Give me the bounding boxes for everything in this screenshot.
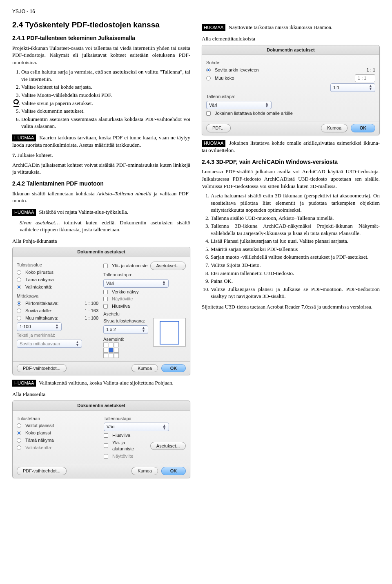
steps-241: Ota esiin haluttu sarja ja varmista, ett… bbox=[21, 68, 190, 130]
step: Tallenna 3D-ikkuna ArchiCAD-näkymäksi Pr… bbox=[211, 222, 380, 237]
heading-24: 2.4 Työskentely PDF-tiedostojen kanssa bbox=[12, 20, 190, 30]
pdf-vaihtoehdot-button[interactable]: PDF-vaihtoehdot... bbox=[17, 467, 67, 475]
step: Tallenna sisältö U3D-muotoon, Arkisto–Ta… bbox=[211, 215, 380, 222]
select-vari[interactable]: Väri▲▼ bbox=[206, 101, 272, 110]
radio-valintakentta[interactable] bbox=[17, 445, 21, 450]
dialog-dokumentin-asetukset-pohja: Dokumentin asetukset Tulostusalue Koko p… bbox=[12, 247, 190, 375]
note-4: HUOMAA Näyttöviite tarkoittaa näissä ikk… bbox=[202, 24, 380, 31]
ok-button[interactable]: OK bbox=[161, 364, 186, 373]
note-badge: HUOMAA bbox=[202, 24, 225, 31]
dialog-title: Dokumentin asetukset bbox=[13, 247, 190, 257]
ok-button[interactable]: OK bbox=[161, 467, 186, 475]
heading-242: 2.4.2 Tallentaminen PDF muotoon bbox=[12, 180, 190, 188]
radio-tama-nakyma[interactable] bbox=[17, 277, 21, 282]
kumoa-button[interactable]: Kumoa bbox=[321, 124, 347, 132]
checkbox-nayttoviite[interactable] bbox=[104, 454, 108, 459]
asetukset-button[interactable]: Asetukset... bbox=[150, 442, 186, 450]
label-mittakaava: Mittakaava bbox=[17, 293, 98, 299]
page-preview bbox=[153, 318, 186, 347]
dialog-title: Dokumentin asetukset bbox=[202, 45, 379, 55]
radio-valintakentta[interactable] bbox=[17, 285, 21, 289]
para-intro: Projekti-ikkunan Tulosteet-osasta voi ta… bbox=[12, 45, 190, 66]
para-242a: Ikkunan sisältö tallennetaan kohdasta Ar… bbox=[12, 190, 190, 204]
ok-button[interactable]: OK bbox=[351, 124, 375, 132]
radio-piirtomittakaava[interactable] bbox=[17, 301, 21, 306]
para-sivun: Sivun asetukset… toimivat kuten edellä. … bbox=[20, 219, 190, 233]
label-tallennustapa: Tallennustapa: bbox=[103, 272, 186, 278]
note-text: Sisältöä voi rajata Valinta-alue-työkalu… bbox=[39, 209, 129, 215]
step: Aseta haluamasi sisältö esiin 3D-ikkunaa… bbox=[211, 192, 380, 214]
kumoa-button[interactable]: Kumoa bbox=[131, 364, 158, 373]
radio-tama-nakyma[interactable] bbox=[17, 438, 21, 443]
heading-243: 2.4.3 3D-PDF, vain ArchiCADin Windows-ve… bbox=[202, 158, 380, 166]
field-muu[interactable]: 1 : 1 bbox=[355, 74, 375, 82]
select-sivua[interactable]: 1 x 2▲▼ bbox=[103, 325, 148, 334]
dialog-dokumentin-asetukset-elementti: Dokumentin asetukset Suhde: Sovita arkin… bbox=[202, 45, 380, 136]
radio-sovita-arkille[interactable] bbox=[17, 309, 21, 313]
step-7: 7. Julkaise kohteet. bbox=[12, 152, 190, 159]
note-2: HUOMAA Sisältöä voi rajata Valinta-alue-… bbox=[12, 208, 190, 216]
checkbox-hiusviiva[interactable] bbox=[103, 304, 108, 309]
select-zoom[interactable]: 1:100▲▼ bbox=[17, 322, 62, 331]
label-teksti-merkinnat: Teksti ja merkinnät: bbox=[17, 332, 98, 338]
step: Lisää Planssi julkaisusarjaan tai luo uu… bbox=[211, 237, 380, 245]
checkbox-verkko[interactable] bbox=[103, 290, 108, 294]
note-badge: HUOMAA bbox=[12, 134, 36, 141]
dialog-title: Dokumentin asetukset bbox=[13, 401, 190, 411]
checkbox-nayttoviite[interactable] bbox=[103, 297, 108, 301]
para-julk: ArchiCADin julkaisemat kohteet voivat si… bbox=[12, 161, 190, 176]
note-text: Jokainen listattava kohde omalle arkille… bbox=[202, 140, 380, 153]
step: Valitse dokumentin asetukset. bbox=[21, 107, 190, 115]
select-vari[interactable]: Väri▲▼ bbox=[103, 279, 169, 288]
checkbox-hiusviiva[interactable] bbox=[104, 433, 108, 438]
heading-241: 2.4.1 PDF-tallenteen tekeminen Julkaisem… bbox=[12, 34, 190, 42]
radio-koko-piirustus[interactable] bbox=[17, 270, 21, 275]
label-tallennustapa: Tallennustapa: bbox=[206, 94, 375, 100]
para-end: Sijoitettua U3D-tietoa tuetaan Acrobat R… bbox=[202, 303, 380, 311]
note-1: HUOMAA Kaarien tarkkuus tarvitaan, koska… bbox=[12, 134, 190, 148]
position-grid[interactable] bbox=[103, 342, 148, 358]
step: Ota esiin haluttu sarja ja varmista, ett… bbox=[21, 68, 190, 83]
right-column: HUOMAA Näyttöviite tarkoittaa näissä ikk… bbox=[202, 20, 380, 482]
radio-sovita-arkin[interactable] bbox=[206, 68, 211, 72]
step: Määritä sarjan asetuksiksi PDF-tallennus bbox=[211, 246, 380, 253]
radio-koko-planssi[interactable] bbox=[17, 431, 21, 435]
step: Valitse Sijoita 3D-tieto. bbox=[211, 262, 380, 269]
checkbox-yla-alatunniste[interactable] bbox=[104, 443, 108, 448]
note-text: Valintakenttä valittuna, koska Valinta-a… bbox=[39, 380, 173, 386]
note-text: Kaarien tarkkuus tarvitaan, koska PDF ei… bbox=[12, 134, 190, 148]
select-zoom[interactable]: 1:1▲▼ bbox=[330, 83, 375, 92]
step: Valitse kohteet tai kohde sarjasta. bbox=[21, 83, 190, 91]
steps-243: Aseta haluamasi sisältö esiin 3D-ikkunaa… bbox=[211, 192, 380, 300]
step: Valitse sivun ja paperin asetukset. bbox=[21, 100, 190, 107]
radio-valitut-planssit[interactable] bbox=[17, 423, 21, 428]
radio-muu-koko[interactable] bbox=[206, 76, 211, 81]
pdf-button[interactable]: PDF... bbox=[206, 124, 231, 132]
checkbox-yla-alatunniste[interactable] bbox=[103, 264, 108, 268]
caption-pohja: Alla Pohja-ikkunasta bbox=[12, 237, 190, 245]
note-badge: HUOMAA bbox=[12, 209, 36, 216]
asetukset-button[interactable]: Asetukset... bbox=[150, 262, 186, 270]
select-teksti[interactable]: Sovita mittakaavaan▲▼ bbox=[17, 340, 82, 348]
label-asemointi: Asemointi: bbox=[103, 336, 148, 342]
checkbox-jokainen[interactable] bbox=[206, 111, 211, 116]
step: Valitse Muoto-välilehdeltä muodoksi PDF. bbox=[21, 92, 190, 99]
label-tulostusalue: Tulostusalue bbox=[17, 262, 98, 268]
pdf-vaihtoehdot-button[interactable]: PDF-vaihtoehdot... bbox=[17, 364, 67, 373]
dialog-dokumentin-asetukset-planssi: Dokumentin asetukset Tulostetaan Valitut… bbox=[12, 401, 190, 478]
select-vari[interactable]: Väri▲▼ bbox=[104, 423, 169, 431]
note-badge: HUOMAA bbox=[202, 140, 225, 147]
step: Sarjan muoto -välilehdellä valitse dokum… bbox=[211, 253, 380, 261]
step: Valitse Julkaisijassa planssi ja Julkais… bbox=[211, 286, 380, 300]
page-header: YS.IO - 16 bbox=[12, 8, 380, 15]
margin-label: IO bbox=[11, 98, 21, 107]
left-column: 2.4 Työskentely PDF-tiedostojen kanssa 2… bbox=[12, 20, 190, 482]
note-badge: HUOMAA bbox=[12, 380, 36, 387]
label-asettelu: Asettelu bbox=[103, 311, 186, 317]
radio-muu-mittakaava[interactable] bbox=[17, 316, 21, 320]
kumoa-button[interactable]: Kumoa bbox=[131, 467, 158, 475]
label-suhde: Suhde: bbox=[206, 60, 375, 66]
para-243a: Luotaessa PDF-sisältöä julkaisun avulla … bbox=[202, 168, 380, 190]
step: Paina OK. bbox=[211, 277, 380, 285]
label-tulostetaan: Tulostetaan bbox=[17, 416, 99, 422]
